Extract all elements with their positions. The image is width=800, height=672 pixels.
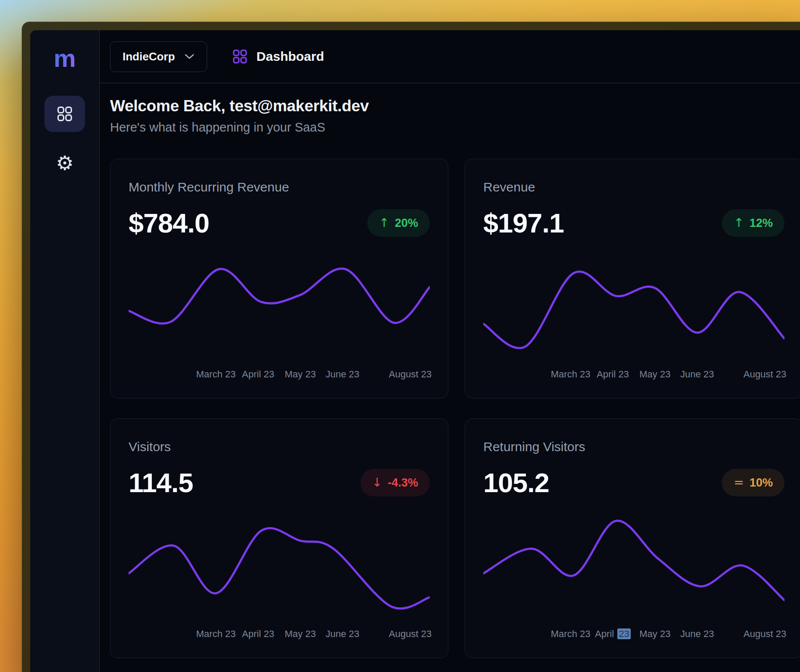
x-axis-label: August 23 bbox=[743, 369, 786, 380]
card-value: $197.1 bbox=[483, 207, 564, 239]
main-area: IndieCorp Dashboard Welcome Back, test@m… bbox=[100, 30, 800, 672]
chevron-down-icon bbox=[184, 53, 195, 60]
card-returning-visitors: Returning Visitors 105.2 = 10% March 23A… bbox=[465, 418, 800, 658]
x-axis-label: May 23 bbox=[285, 628, 316, 640]
sidebar-item-dashboard[interactable] bbox=[44, 96, 85, 132]
x-axis-label: May 23 bbox=[639, 369, 671, 380]
trend-up-icon: ↑ bbox=[379, 217, 389, 229]
grid-icon bbox=[57, 106, 73, 122]
card-title: Visitors bbox=[129, 440, 430, 454]
x-axis-label: June 23 bbox=[680, 369, 714, 380]
card-monthly-recurring-revenue: Monthly Recurring Revenue $784.0 ↑ 20% M… bbox=[110, 159, 448, 399]
sidebar-nav: ⚙ bbox=[44, 96, 85, 181]
trend-label: 20% bbox=[395, 217, 418, 230]
trend-label: 10% bbox=[750, 476, 773, 490]
card-visitors: Visitors 114.5 ↓ -4.3% March 23April 23M… bbox=[110, 418, 448, 658]
x-axis-label: April 23 bbox=[597, 369, 629, 380]
card-value: 105.2 bbox=[483, 467, 549, 498]
line-chart bbox=[129, 515, 430, 622]
x-axis: March 23April 23May 23June 23August 23 bbox=[483, 369, 784, 382]
trend-label: -4.3% bbox=[387, 476, 418, 490]
app-window: m ⚙ IndieCorp bbox=[22, 22, 800, 672]
line-chart bbox=[129, 255, 430, 363]
card-value: 114.5 bbox=[129, 467, 193, 498]
gear-icon: ⚙ bbox=[56, 153, 73, 173]
page-title: Dashboard bbox=[256, 49, 324, 64]
topbar: IndieCorp Dashboard bbox=[100, 30, 800, 83]
x-axis: March 23April 23May 23June 23August 23 bbox=[129, 628, 430, 641]
x-axis-label: August 23 bbox=[389, 369, 431, 380]
card-title: Monthly Recurring Revenue bbox=[129, 180, 430, 195]
trend-label: 12% bbox=[750, 217, 773, 230]
workspace-name: IndieCorp bbox=[123, 50, 175, 63]
x-axis-label: April 23 bbox=[595, 628, 631, 640]
trend-down-icon: ↓ bbox=[372, 477, 382, 489]
workspace-selector[interactable]: IndieCorp bbox=[110, 41, 207, 72]
trend-badge: = 10% bbox=[722, 469, 784, 496]
card-title: Revenue bbox=[483, 180, 784, 195]
card-title: Returning Visitors bbox=[483, 440, 784, 454]
line-chart bbox=[483, 515, 784, 622]
x-axis-label: April 23 bbox=[242, 628, 274, 640]
welcome-heading: Welcome Back, test@makerkit.dev bbox=[110, 97, 800, 115]
x-axis-label: March 23 bbox=[551, 369, 591, 380]
trend-up-icon: ↑ bbox=[734, 217, 743, 229]
x-axis: March 23April 23May 23June 23August 23 bbox=[483, 628, 784, 641]
x-axis-label: May 23 bbox=[639, 628, 671, 640]
x-axis-label: March 23 bbox=[196, 369, 236, 380]
trend-badge: ↑ 12% bbox=[722, 209, 784, 237]
card-value: $784.0 bbox=[129, 207, 209, 239]
x-axis-label: June 23 bbox=[325, 369, 359, 380]
makerkit-logo: m bbox=[54, 46, 76, 71]
x-axis: March 23April 23May 23June 23August 23 bbox=[129, 369, 430, 382]
x-axis-label: June 23 bbox=[680, 628, 714, 640]
x-axis-label: August 23 bbox=[389, 628, 431, 640]
app-content: m ⚙ IndieCorp bbox=[30, 30, 800, 672]
page-header: Dashboard bbox=[232, 49, 324, 64]
welcome-subtitle: Here's what is happening in your SaaS bbox=[110, 120, 800, 135]
sidebar: m ⚙ bbox=[30, 30, 100, 672]
trend-flat-icon: = bbox=[734, 477, 743, 489]
x-axis-label: April 23 bbox=[242, 369, 274, 380]
line-chart bbox=[483, 255, 784, 363]
x-axis-label: May 23 bbox=[285, 369, 316, 380]
x-axis-label: June 23 bbox=[325, 628, 359, 640]
x-axis-label: August 23 bbox=[743, 628, 786, 640]
card-revenue: Revenue $197.1 ↑ 12% March 23April 23May… bbox=[465, 159, 800, 399]
x-axis-label: March 23 bbox=[196, 628, 236, 640]
selected-text-highlight: 23 bbox=[617, 628, 630, 639]
dashboard-content: Welcome Back, test@makerkit.dev Here's w… bbox=[100, 83, 800, 658]
dashboard-grid-icon bbox=[232, 49, 248, 64]
stats-grid: Monthly Recurring Revenue $784.0 ↑ 20% M… bbox=[110, 159, 800, 658]
trend-badge: ↑ 20% bbox=[367, 209, 430, 237]
sidebar-item-settings[interactable]: ⚙ bbox=[44, 145, 85, 181]
trend-badge: ↓ -4.3% bbox=[360, 469, 430, 496]
x-axis-label: March 23 bbox=[551, 628, 591, 640]
